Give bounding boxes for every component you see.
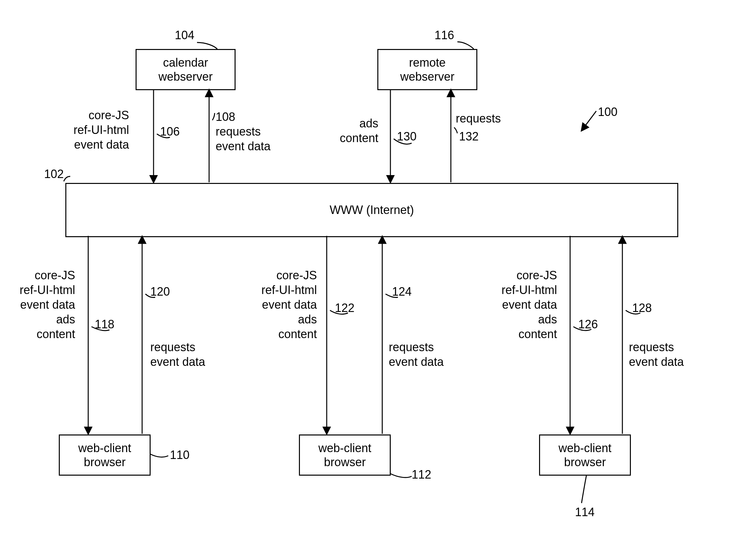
c3-up-label: requests event data [629, 340, 684, 369]
ref-102: 102 [44, 167, 64, 181]
web-client-2-box: web-client browser [299, 435, 391, 476]
ref-114: 114 [575, 505, 595, 519]
c2-down-label: core-JS ref-UI-html event data ads conte… [261, 268, 317, 341]
ref-112: 112 [412, 467, 431, 482]
ref-132: 132 [459, 129, 479, 144]
web-client-1-box: web-client browser [59, 435, 150, 476]
ref-110: 110 [170, 448, 190, 462]
cal-down-label: core-JS ref-UI-html event data [73, 108, 129, 152]
ref-100: 100 [598, 105, 617, 119]
ref-104: 104 [175, 28, 195, 42]
remote-up-label: requests [456, 111, 501, 126]
ref-106: 106 [160, 124, 180, 139]
ref-118: 118 [95, 317, 114, 332]
ref-128: 128 [632, 301, 652, 315]
c1-down-label: core-JS ref-UI-html event data ads conte… [20, 268, 75, 341]
remote-webserver-box: remote webserver [377, 49, 477, 90]
ref-120: 120 [150, 284, 170, 299]
c2-up-label: requests event data [389, 340, 444, 369]
c3-down-label: core-JS ref-UI-html event data ads conte… [502, 268, 557, 341]
calendar-webserver-box: calendar webserver [136, 49, 236, 90]
ref-130: 130 [397, 129, 417, 144]
web-client-3-box: web-client browser [539, 435, 631, 476]
remote-down-label: ads content [340, 116, 378, 145]
ref-124: 124 [392, 284, 412, 299]
ref-116: 116 [435, 28, 454, 42]
ref-126: 126 [578, 317, 598, 332]
ref-108: 108 [216, 109, 235, 124]
cal-up-label: requests event data [216, 124, 271, 153]
www-box: WWW (Internet) [65, 183, 678, 237]
c1-up-label: requests event data [150, 340, 205, 369]
ref-122: 122 [335, 301, 354, 315]
